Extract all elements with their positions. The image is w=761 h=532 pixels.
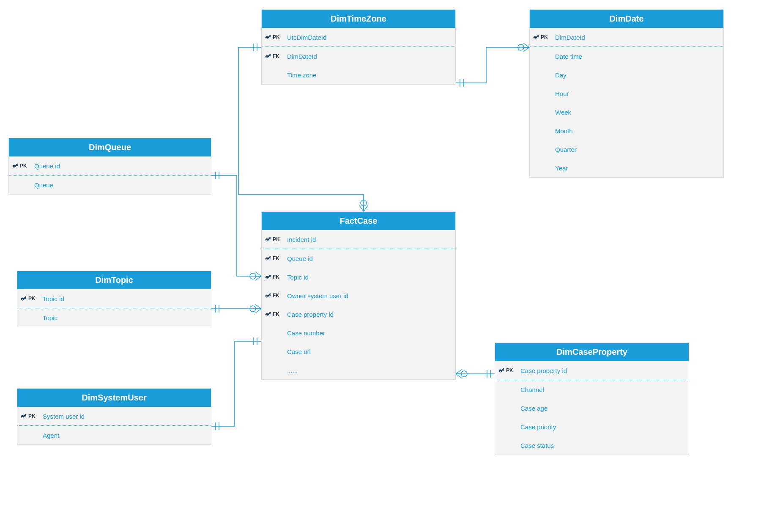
field-name: Case url [287,348,311,355]
field-name: Year [555,165,568,172]
field-name: Topic id [43,295,64,302]
entity-row: Topic [17,308,211,327]
entity-row: Case number [262,324,455,342]
entity-row: FKTopic id [262,268,455,286]
entity-row: Case priority [495,417,689,436]
field-name: ...... [287,367,298,374]
field-name: Queue id [34,162,60,170]
field-name: Topic [43,314,57,321]
field-name: Hour [555,90,569,97]
svg-point-5 [361,200,367,206]
entity-row: FKCase property id [262,305,455,324]
entity-title: DimSystemUser [17,389,211,407]
field-name: Case status [520,442,554,449]
entity-row: Case status [495,436,689,455]
key-indicator: PK [21,413,43,420]
field-name: Case property id [520,367,567,374]
field-name: Case number [287,329,325,337]
entity-row: Agent [17,426,211,444]
entity-row: PKTopic id [17,289,211,308]
entity-row: Queue [9,176,211,194]
key-indicator: PK [265,236,287,243]
field-name: Day [555,71,567,79]
key-indicator: PK [21,295,43,302]
field-name: Owner system user id [287,292,348,299]
entity-row: FKOwner system user id [262,286,455,305]
key-indicator: PK [12,162,34,169]
key-indicator: FK [265,255,287,262]
key-label: PK [28,296,36,302]
field-name: Quarter [555,146,577,153]
key-indicator: PK [265,34,287,41]
entity-factcase: FactCasePKIncident idFKQueue idFKTopic i… [261,211,456,380]
entity-row: Time zone [262,66,455,84]
key-indicator: PK [498,367,520,374]
entity-title: DimTimeZone [262,10,455,28]
entity-dimtopic: DimTopicPKTopic idTopic [17,271,211,327]
entity-row: Quarter [530,140,723,159]
field-name: Incident id [287,236,316,243]
key-label: FK [273,311,279,317]
entity-row: Date time [530,47,723,66]
key-label: PK [541,34,548,40]
entity-row: PKIncident id [262,230,455,249]
field-name: Month [555,127,573,134]
field-name: System user id [43,413,85,420]
entity-title: DimTopic [17,271,211,289]
entity-row: Day [530,66,723,84]
entity-row: PKDimDateId [530,28,723,47]
field-name: Agent [43,432,59,439]
field-name: DimDateId [555,34,585,41]
svg-point-11 [250,306,256,312]
field-name: Time zone [287,71,316,79]
key-label: FK [273,293,279,299]
field-name: Case property id [287,311,334,318]
svg-point-2 [518,44,524,50]
entity-row: PKQueue id [9,156,211,175]
entity-row: Year [530,159,723,177]
key-indicator: FK [265,274,287,280]
field-name: Topic id [287,274,309,281]
field-name: Date time [555,53,582,60]
entity-row: FKQueue id [262,249,455,268]
field-name: Week [555,109,571,116]
key-label: PK [28,413,36,419]
entity-title: FactCase [262,212,455,230]
entity-dimcaseproperty: DimCasePropertyPKCase property idChannel… [495,343,689,455]
key-label: PK [20,163,27,169]
svg-point-8 [250,273,256,279]
svg-point-16 [461,371,467,377]
key-label: FK [273,274,279,280]
entity-dimdate: DimDatePKDimDateIdDate timeDayHourWeekMo… [529,9,724,178]
key-indicator: FK [265,311,287,318]
entity-row: PKUtcDimDateId [262,28,455,47]
entity-row: PKCase property id [495,361,689,380]
entity-row: FKDimDateId [262,47,455,66]
entity-title: DimDate [530,10,723,28]
field-name: Queue [34,181,53,189]
key-indicator: FK [265,53,287,60]
field-name: Case age [520,405,547,412]
key-label: PK [506,367,513,373]
field-name: Queue id [287,255,313,262]
key-label: PK [273,34,280,40]
key-indicator: PK [533,34,555,41]
er-diagram: DimTimeZonePKUtcDimDateIdFKDimDateIdTime… [0,0,761,532]
field-name: Channel [520,386,544,393]
field-name: Case priority [520,423,556,431]
entity-dimtimezone: DimTimeZonePKUtcDimDateIdFKDimDateIdTime… [261,9,456,85]
entity-row: Hour [530,84,723,103]
entity-dimqueue: DimQueuePKQueue idQueue [8,138,211,195]
entity-row: Case age [495,399,689,417]
field-name: UtcDimDateId [287,34,326,41]
entity-row: Month [530,121,723,140]
field-name: DimDateId [287,53,317,60]
key-label: FK [273,53,279,59]
entity-dimsystemuser: DimSystemUserPKSystem user idAgent [17,388,211,445]
entity-row: ...... [262,361,455,379]
key-label: FK [273,255,279,261]
entity-title: DimCaseProperty [495,343,689,361]
key-label: PK [273,236,280,242]
entity-title: DimQueue [9,138,211,156]
key-indicator: FK [265,292,287,299]
